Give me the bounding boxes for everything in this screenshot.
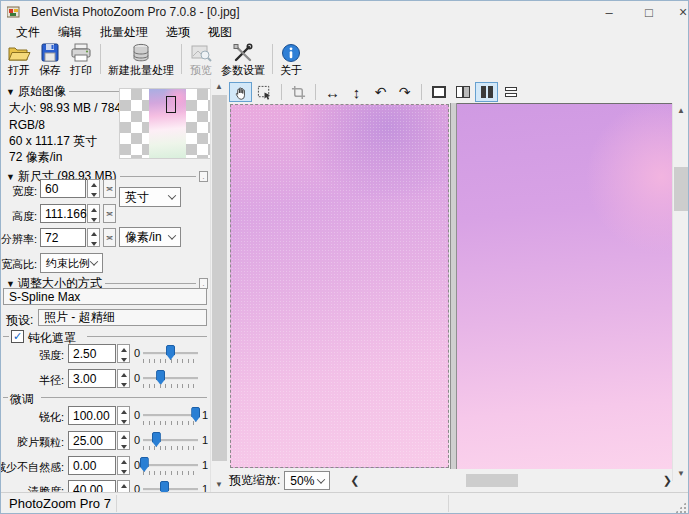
toolbar-separator [315, 84, 316, 100]
method-select[interactable]: S-Spline Max [3, 288, 207, 305]
height-stepper[interactable] [87, 204, 100, 223]
collapse-icon: ▼ [6, 279, 15, 289]
unsharp-checkbox[interactable]: ✓ [11, 330, 24, 343]
sharpen-input[interactable]: 100.00 [68, 406, 116, 425]
divider [3, 397, 8, 398]
scroll-left-icon[interactable]: ❮ [350, 474, 359, 487]
scroll-up-icon[interactable]: ▲ [211, 79, 227, 94]
menu-bar: 文件 编辑 批量处理 选项 视图 [1, 23, 688, 42]
folder-open-icon [7, 43, 31, 63]
artifact-reduction-slider-thumb[interactable] [140, 457, 149, 472]
hand-tool-button[interactable] [229, 82, 252, 102]
chevron-down-icon [90, 257, 98, 265]
title-bar[interactable]: BenVista PhotoZoom Pro 7.0.8 - [0.jpg] –… [1, 1, 688, 23]
strength-slider-thumb[interactable] [166, 345, 175, 360]
width-lock-button[interactable]: ≍ [103, 179, 116, 198]
resized-preview-pane[interactable] [457, 103, 672, 469]
resolution-lock-button[interactable]: ≍ [103, 228, 116, 247]
preview-vscrollbar[interactable]: ▲ ▼ [672, 103, 689, 481]
width-stepper[interactable] [87, 179, 100, 198]
menu-options[interactable]: 选项 [157, 22, 199, 43]
artifact-reduction-stepper[interactable] [117, 456, 130, 475]
preview-region-rect[interactable] [166, 96, 176, 113]
curtain-split-icon [456, 86, 470, 98]
scroll-up-icon[interactable]: ▲ [673, 103, 689, 118]
film-grain-input[interactable]: 25.00 [68, 431, 116, 450]
preview-hscrollbar[interactable] [366, 473, 659, 488]
artifact-reduction-input[interactable]: 0.00 [68, 456, 116, 475]
width-input[interactable]: 60 [40, 179, 86, 198]
scroll-right-icon[interactable]: ❯ [663, 474, 672, 487]
film-grain-slider-thumb[interactable] [152, 432, 161, 447]
divider [120, 176, 196, 177]
aspect-label: 宽高比: [1, 257, 37, 272]
strength-input[interactable]: 2.50 [68, 344, 116, 363]
toolbar-separator [100, 44, 101, 74]
original-preview-pane[interactable] [230, 104, 449, 468]
stretch-vertical-button[interactable]: ↕ [345, 82, 368, 102]
scroll-down-icon[interactable]: ▼ [211, 477, 227, 492]
film-grain-slider[interactable] [143, 439, 198, 442]
view-side-by-side-button[interactable] [475, 82, 498, 102]
toolbar-separator [272, 44, 273, 74]
stretch-horizontal-button[interactable]: ↔ [321, 82, 344, 102]
strength-slider[interactable] [143, 352, 198, 355]
film-grain-stepper[interactable] [117, 431, 130, 450]
height-input[interactable]: 111.1667 [40, 204, 86, 223]
aspect-select[interactable]: 约束比例 [40, 253, 103, 273]
crispness-input[interactable]: 40.00 [68, 480, 116, 492]
original-section-title: 原始图像 [18, 83, 66, 100]
size-unit-select[interactable]: 英寸 [119, 187, 181, 207]
panel-scrollbar-thumb[interactable] [212, 95, 227, 461]
sharpen-stepper[interactable] [117, 406, 130, 425]
panel-scrollbar[interactable]: ▲ ▼ [210, 79, 227, 492]
crispness-slider-thumb[interactable] [160, 481, 169, 492]
crispness-slider[interactable] [143, 488, 198, 491]
sharpen-slider-thumb[interactable] [191, 407, 200, 422]
radius-slider[interactable] [143, 377, 198, 380]
resolution-stepper[interactable] [87, 228, 100, 247]
view-curtain-button[interactable] [451, 82, 474, 102]
preview-vscrollbar-thumb[interactable] [674, 167, 689, 211]
preview-hscrollbar-thumb[interactable] [466, 474, 518, 487]
preset-select[interactable]: 照片 - 超精细 [38, 309, 207, 326]
preview-zoom-select[interactable]: 50% [284, 471, 330, 490]
about-button[interactable]: 关于 [276, 42, 306, 78]
toolbar-separator [281, 84, 282, 100]
sharpen-slider[interactable] [143, 414, 198, 417]
rotate-right-button[interactable]: ↷ [393, 82, 416, 102]
menu-edit[interactable]: 编辑 [49, 22, 91, 43]
radius-stepper[interactable] [117, 369, 130, 388]
radius-input[interactable]: 3.00 [68, 369, 116, 388]
app-icon [7, 5, 21, 19]
preset-label: 预设: [6, 312, 33, 329]
menu-view[interactable]: 视图 [199, 22, 241, 43]
menu-file[interactable]: 文件 [7, 22, 49, 43]
resolution-label: 分辨率: [1, 232, 37, 247]
settings-label: 参数设置 [221, 63, 265, 78]
artifact-reduction-min: 0 [134, 459, 140, 471]
resolution-unit-select[interactable]: 像素/in [119, 227, 181, 247]
pane-divider[interactable] [450, 103, 457, 469]
open-button[interactable]: 打开 [3, 42, 35, 78]
strength-stepper[interactable] [117, 344, 130, 363]
view-single-button[interactable] [427, 82, 450, 102]
marquee-tool-button[interactable] [253, 82, 276, 102]
new-batch-button[interactable]: 新建批量处理 [104, 42, 178, 78]
menu-batch[interactable]: 批量处理 [91, 22, 157, 43]
crispness-label: 清脆度: [28, 484, 64, 492]
settings-button[interactable]: 参数设置 [217, 42, 269, 78]
minimize-button[interactable]: – [592, 1, 626, 23]
height-lock-button[interactable]: ≍ [103, 204, 116, 223]
radius-slider-thumb[interactable] [156, 370, 165, 385]
statusbar-separator [448, 495, 449, 512]
crispness-stepper[interactable] [117, 480, 130, 492]
close-button[interactable]: × [666, 1, 689, 23]
artifact-reduction-slider[interactable] [143, 464, 198, 467]
rotate-left-button[interactable]: ↶ [369, 82, 392, 102]
save-button[interactable]: 保存 [35, 42, 65, 78]
resolution-input[interactable]: 72 [40, 228, 86, 247]
maximize-button[interactable]: □ [632, 1, 666, 23]
print-button[interactable]: 打印 [65, 42, 97, 78]
view-stacked-button[interactable] [499, 82, 522, 102]
